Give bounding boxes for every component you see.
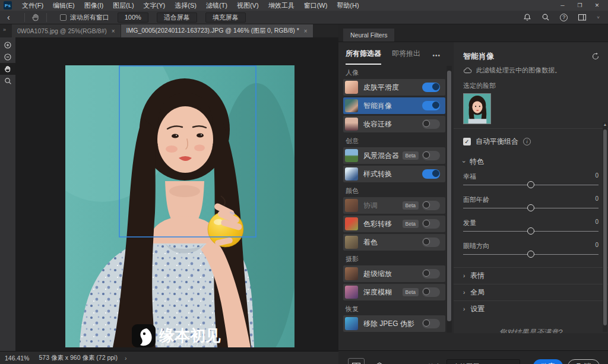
- toggle-off[interactable]: [422, 238, 440, 247]
- doc-tab-2[interactable]: IMG_0005(20240112-163723).JPG @ 146% (图层…: [121, 24, 313, 37]
- tab-coming-soon[interactable]: 即将推出: [392, 49, 420, 65]
- toggle-off[interactable]: [422, 119, 440, 129]
- layers-icon[interactable]: [374, 362, 385, 364]
- auto-balance-checkbox[interactable]: ✓: [463, 138, 471, 145]
- bell-icon[interactable]: [523, 13, 531, 21]
- toggle-off[interactable]: [422, 287, 440, 297]
- slider-thumb[interactable]: [527, 204, 534, 211]
- status-chevron-icon[interactable]: ›: [125, 354, 127, 362]
- slider-thumb[interactable]: [527, 227, 534, 235]
- tab-all-filters[interactable]: 所有筛选器: [346, 49, 381, 65]
- slider-thumb[interactable]: [527, 181, 534, 188]
- filter-thumbnail: [345, 167, 358, 181]
- restore-button[interactable]: ❐: [571, 2, 588, 8]
- toggle-off[interactable]: [422, 269, 440, 278]
- back-arrow-icon[interactable]: ‹: [7, 12, 10, 22]
- section-settings[interactable]: › 设置: [454, 300, 608, 317]
- fit-screen-button[interactable]: 适合屏幕: [157, 12, 197, 23]
- filter-row-makeup-transfer[interactable]: 妆容迁移: [343, 116, 445, 132]
- beta-badge: Beta: [403, 151, 419, 160]
- section-restoration: 恢复: [338, 302, 446, 315]
- document-canvas[interactable]: 缘本初见 WWW.52YFCJ.COM: [15, 37, 338, 351]
- info-icon[interactable]: i: [523, 138, 531, 145]
- zoom-100-button[interactable]: 100%: [118, 12, 148, 23]
- filter-row-landscape-mixer[interactable]: 风景混合器 Beta: [343, 147, 445, 164]
- panel-layout-icon[interactable]: [578, 13, 587, 21]
- zoom-in-tool[interactable]: [0, 39, 15, 51]
- filter-row-color-transfer[interactable]: 色彩转移 Beta: [343, 216, 445, 232]
- filter-row-style-transfer[interactable]: 样式转换: [343, 166, 445, 182]
- section-global[interactable]: › 全局: [454, 284, 608, 300]
- toggle-on[interactable]: [422, 101, 440, 110]
- hand-tool[interactable]: [0, 63, 15, 75]
- filter-row-smart-portrait[interactable]: 智能肖像: [343, 97, 445, 114]
- menu-filter[interactable]: 滤镜(T): [201, 0, 232, 11]
- tool-options-bar: ‹ 滚动所有窗口 100% 适合屏幕 填充屏幕 ? ˅: [0, 11, 608, 24]
- smart-portrait-settings: 智能肖像 此滤镜处理云中的图像数据。 选定的脸部: [454, 42, 608, 333]
- menu-type[interactable]: 文字(Y): [139, 0, 170, 11]
- neural-filters-tab[interactable]: Neural Filters: [343, 29, 394, 42]
- menu-select[interactable]: 选择(S): [170, 0, 201, 11]
- dock-collapse-icon[interactable]: »: [3, 27, 6, 33]
- toggle-off[interactable]: [422, 201, 440, 210]
- split-view-button[interactable]: [348, 358, 365, 364]
- scroll-all-windows-checkbox[interactable]: [60, 14, 66, 21]
- zoom-out-tool[interactable]: [0, 51, 15, 63]
- fill-screen-button[interactable]: 填充屏幕: [205, 12, 246, 23]
- menu-help[interactable]: 帮助(H): [332, 0, 363, 11]
- scroll-up-icon[interactable]: ▲: [603, 122, 607, 126]
- settings-scrollbar[interactable]: ▲: [603, 122, 607, 332]
- filter-row-skin-smoothing[interactable]: 皮肤平滑度: [343, 79, 445, 96]
- status-bar: 146.41% 573 像素 x 960 像素 (72 ppi) ›: [0, 351, 338, 364]
- chevron-down-icon[interactable]: ˅: [597, 15, 600, 20]
- zoom-level[interactable]: 146.41%: [5, 354, 29, 362]
- menu-image[interactable]: 图像(I): [80, 0, 108, 11]
- more-options-icon[interactable]: •••: [432, 52, 441, 65]
- doc-tab-1[interactable]: 0W0A1075.jpg @ 25%(RGB/8#) ×: [12, 24, 121, 37]
- photo-canvas: 缘本初见 WWW.52YFCJ.COM: [65, 65, 294, 347]
- filter-row-harmonization[interactable]: 协调 Beta: [343, 197, 445, 214]
- slider-track[interactable]: [463, 227, 598, 236]
- menu-view[interactable]: 视图(V): [232, 0, 264, 11]
- reset-icon[interactable]: [591, 52, 600, 61]
- minimize-button[interactable]: ─: [554, 2, 571, 8]
- cancel-button[interactable]: 取消: [568, 359, 600, 364]
- tab-close-icon[interactable]: ×: [112, 28, 115, 34]
- filter-row-colorize[interactable]: 着色: [343, 234, 445, 251]
- featured-section-header[interactable]: › 特色: [463, 157, 598, 167]
- toggle-off[interactable]: [422, 319, 440, 328]
- ok-button[interactable]: 确定: [533, 359, 563, 364]
- menu-edit[interactable]: 编辑(E): [48, 0, 80, 11]
- menu-layer[interactable]: 图层(L): [108, 0, 138, 11]
- tab-close-icon[interactable]: ×: [304, 28, 308, 34]
- section-expression[interactable]: › 表情: [454, 267, 608, 284]
- cloud-note: 此滤镜处理云中的图像数据。: [476, 66, 561, 75]
- menu-file[interactable]: 文件(F): [17, 0, 48, 11]
- menu-plugins[interactable]: 增效工具: [264, 0, 299, 11]
- selected-face-label: 选定的脸部: [463, 81, 598, 90]
- neural-filters-panel: Neural Filters 所有筛选器 即将推出 ••• 人像 皮肤平滑度 智…: [338, 24, 608, 364]
- filter-list-scrollbar[interactable]: [446, 66, 452, 333]
- toggle-on[interactable]: [422, 83, 440, 92]
- help-icon[interactable]: ?: [560, 14, 568, 21]
- slider-thumb[interactable]: [527, 251, 534, 258]
- slider-track[interactable]: [463, 250, 598, 259]
- toggle-on[interactable]: [422, 169, 440, 179]
- filter-row-super-zoom[interactable]: 超级缩放: [343, 265, 445, 282]
- close-button[interactable]: ✕: [588, 2, 606, 8]
- selected-face-thumbnail[interactable]: [463, 93, 491, 124]
- zoom-tool[interactable]: [0, 75, 15, 87]
- toggle-off[interactable]: [422, 219, 440, 229]
- slider-hair-thickness: 发量0: [463, 219, 598, 236]
- watermark: 缘本初见 WWW.52YFCJ.COM: [132, 324, 221, 347]
- search-icon[interactable]: [542, 13, 550, 21]
- filter-row-jpeg-artifacts-removal[interactable]: 移除 JPEG 伪影: [343, 315, 445, 332]
- toggle-off[interactable]: [422, 151, 440, 160]
- chevron-right-icon: ›: [463, 289, 465, 296]
- output-dropdown[interactable]: 当前图层 ˅: [446, 359, 520, 364]
- slider-track[interactable]: [463, 204, 598, 213]
- slider-track[interactable]: [463, 181, 598, 190]
- filter-list-column: 所有筛选器 即将推出 ••• 人像 皮肤平滑度 智能肖像 妆容迁: [338, 42, 446, 364]
- filter-row-depth-blur[interactable]: 深度模糊 Beta: [343, 284, 445, 300]
- menu-window[interactable]: 窗口(W): [299, 0, 332, 11]
